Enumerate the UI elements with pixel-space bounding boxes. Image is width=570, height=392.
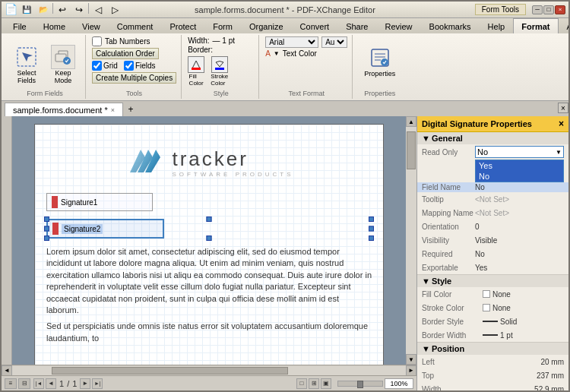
fields-checkbox[interactable] bbox=[124, 61, 134, 71]
redo-icon[interactable]: ↪ bbox=[71, 3, 87, 17]
stroke-color-panel-label: Stroke Color bbox=[422, 304, 483, 312]
status-icon-1[interactable]: ≡ bbox=[5, 378, 17, 389]
read-only-dropdown[interactable]: No ▼ bbox=[475, 146, 564, 158]
view-icon-3[interactable]: ▣ bbox=[321, 378, 331, 389]
width-panel-label: Width bbox=[422, 385, 467, 391]
v-scroll-thumb[interactable] bbox=[407, 131, 416, 169]
tab-bookmarks[interactable]: Bookmarks bbox=[421, 18, 480, 33]
doc-close-button[interactable]: × bbox=[558, 103, 568, 113]
position-section-header[interactable]: ▼ Position bbox=[417, 343, 568, 355]
search-box-btn[interactable]: ─ bbox=[532, 5, 543, 14]
general-section-header[interactable]: ▼ General bbox=[417, 132, 568, 144]
undo-icon[interactable]: ↩ bbox=[55, 3, 70, 17]
page-prev-btn[interactable]: ◄ bbox=[46, 378, 56, 389]
grid-checkbox[interactable] bbox=[92, 61, 102, 71]
style-collapse-icon: ▼ bbox=[422, 277, 430, 286]
tab-arrange[interactable]: Arrange bbox=[559, 18, 571, 33]
panel-title-text: Digital Signature Properties bbox=[422, 119, 532, 128]
handle-bm[interactable] bbox=[207, 236, 212, 241]
h-scroll-right-btn[interactable]: ► bbox=[406, 365, 416, 376]
select-fields-icon bbox=[14, 45, 39, 69]
v-scroll-down-btn[interactable]: ▼ bbox=[406, 354, 416, 365]
signature1-field[interactable]: Signature1 bbox=[46, 193, 153, 211]
dropdown-option-yes[interactable]: Yes bbox=[476, 160, 563, 171]
text-color-arrow[interactable]: ▼ bbox=[274, 50, 280, 57]
zoom-slider[interactable] bbox=[337, 381, 383, 387]
nav-controls: |◄ ◄ 1 / 1 ► ►| bbox=[33, 378, 103, 389]
tab-protect[interactable]: Protect bbox=[161, 18, 204, 33]
tab-format[interactable]: Format bbox=[513, 18, 558, 33]
status-icon-2[interactable]: ⊟ bbox=[18, 378, 30, 389]
tab-numbers-checkbox[interactable] bbox=[92, 36, 102, 46]
tab-review[interactable]: Review bbox=[376, 18, 420, 33]
select-fields-button[interactable]: SelectFields bbox=[9, 43, 44, 87]
quick-open-icon[interactable]: 📂 bbox=[36, 3, 51, 17]
keep-mode-button[interactable]: KeepMode bbox=[46, 43, 81, 87]
v-scroll-track[interactable] bbox=[406, 127, 416, 354]
style-section-header[interactable]: ▼ Style bbox=[417, 275, 568, 287]
handle-mr[interactable] bbox=[369, 226, 374, 232]
tab-view[interactable]: View bbox=[74, 18, 109, 33]
fill-color-button[interactable]: FillColor bbox=[188, 56, 204, 87]
page-first-btn[interactable]: |◄ bbox=[33, 378, 44, 389]
create-copies-button[interactable]: Create Multiple Copies bbox=[92, 72, 176, 84]
h-scroll-track[interactable] bbox=[12, 366, 406, 375]
h-scroll-thumb[interactable] bbox=[52, 367, 288, 375]
keep-mode-icon bbox=[51, 45, 75, 69]
handle-tl[interactable] bbox=[44, 217, 49, 222]
zoom-input[interactable] bbox=[385, 378, 413, 389]
document-area: tracker SOFTWARE PRODUCTS Signature1 bbox=[2, 116, 416, 390]
tab-convert[interactable]: Convert bbox=[292, 18, 338, 33]
nav-forward-icon[interactable]: ▷ bbox=[107, 3, 122, 17]
view-icons: □ ⊞ ▣ bbox=[296, 378, 331, 389]
h-scroll-left-btn[interactable]: ◄ bbox=[2, 365, 12, 376]
handle-tr[interactable] bbox=[369, 217, 374, 222]
close-btn[interactable]: × bbox=[555, 5, 565, 14]
handle-tm[interactable] bbox=[207, 217, 212, 222]
dropdown-arrow: ▼ bbox=[556, 149, 562, 156]
stroke-color-panel-value: None bbox=[492, 304, 511, 312]
nav-back-icon[interactable]: ◁ bbox=[90, 3, 106, 17]
tab-home[interactable]: Home bbox=[35, 18, 74, 33]
view-icon-1[interactable]: □ bbox=[296, 378, 307, 389]
tab-comment[interactable]: Comment bbox=[109, 18, 162, 33]
properties-button[interactable]: Properties bbox=[359, 43, 401, 80]
tab-help[interactable]: Help bbox=[480, 18, 514, 33]
doc-tab-main[interactable]: sample.forms.document * × bbox=[5, 103, 123, 116]
quick-save-icon[interactable]: 💾 bbox=[19, 3, 34, 17]
window-controls: ─ □ × bbox=[532, 5, 565, 14]
zoom-thumb[interactable] bbox=[357, 381, 363, 388]
tracker-logo-svg bbox=[124, 144, 166, 180]
tab-file[interactable]: File bbox=[5, 18, 35, 33]
v-scroll-up-btn[interactable]: ▲ bbox=[406, 116, 416, 127]
doc-scroll-area[interactable]: tracker SOFTWARE PRODUCTS Signature1 bbox=[12, 116, 406, 365]
border-width-value: 1 pt bbox=[500, 331, 513, 340]
tools-group-label: Tools bbox=[126, 88, 142, 97]
fill-color-panel-label: Fill Color bbox=[422, 290, 483, 299]
panel-close-btn[interactable]: × bbox=[559, 119, 564, 129]
handle-bl[interactable] bbox=[44, 236, 49, 241]
view-icon-2[interactable]: ⊞ bbox=[309, 378, 319, 389]
separator2 bbox=[88, 3, 89, 14]
tab-form[interactable]: Form bbox=[204, 18, 241, 33]
border-style-value: Solid bbox=[500, 318, 517, 326]
page-separator: / bbox=[67, 379, 69, 388]
calc-order-button[interactable]: Calculation Order bbox=[92, 48, 159, 59]
font-size-select[interactable]: Auto bbox=[321, 36, 347, 48]
page-last-btn[interactable]: ►| bbox=[92, 378, 103, 389]
page-next-btn[interactable]: ► bbox=[80, 378, 90, 389]
panel-section-style: ▼ Style Fill Color None Stroke Color Non… bbox=[417, 275, 568, 343]
form-tools-badge: Form Tools bbox=[475, 4, 526, 15]
tab-organize[interactable]: Organize bbox=[241, 18, 292, 33]
new-tab-button[interactable]: + bbox=[125, 103, 137, 116]
mapping-name-value: <Not Set> bbox=[475, 209, 509, 217]
sig2-field[interactable]: Signature2 bbox=[46, 219, 164, 239]
stroke-color-button[interactable]: StrokeColor bbox=[211, 56, 228, 87]
tab-share[interactable]: Share bbox=[337, 18, 376, 33]
font-select[interactable]: Arial bbox=[265, 36, 318, 48]
doc-tab-close-btn[interactable]: × bbox=[111, 106, 115, 114]
maximize-btn[interactable]: □ bbox=[543, 5, 554, 14]
dropdown-option-no[interactable]: No bbox=[476, 171, 563, 182]
handle-ml[interactable] bbox=[44, 226, 49, 232]
handle-br[interactable] bbox=[369, 236, 374, 241]
